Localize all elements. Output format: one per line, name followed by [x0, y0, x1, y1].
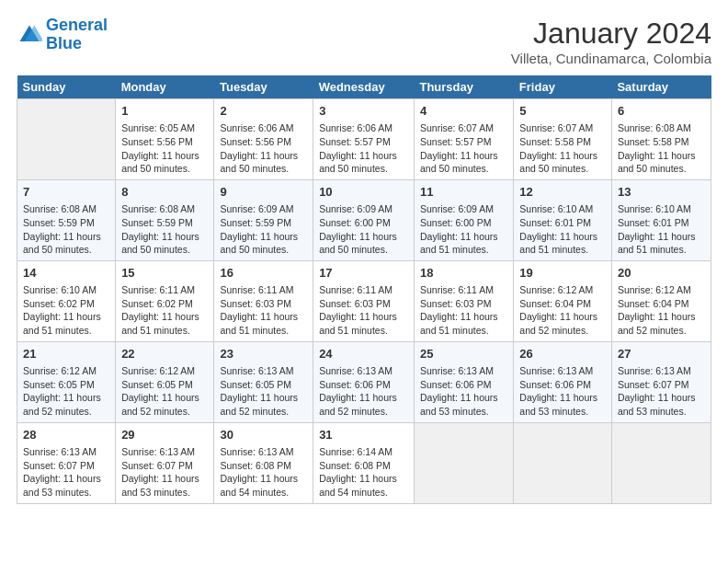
day-info: Sunset: 6:02 PM [121, 297, 208, 311]
day-info: Sunrise: 6:06 AM [319, 121, 408, 135]
day-number: 30 [220, 427, 307, 443]
day-info: Sunset: 6:00 PM [420, 216, 507, 230]
calendar-cell: 10Sunrise: 6:09 AMSunset: 6:00 PMDayligh… [313, 179, 415, 260]
day-info: Sunrise: 6:13 AM [220, 445, 307, 459]
day-number: 24 [319, 346, 408, 362]
day-info: Daylight: 11 hours [618, 149, 705, 163]
day-info: and 50 minutes. [121, 162, 208, 176]
day-number: 29 [121, 427, 208, 443]
day-info: and 54 minutes. [319, 486, 408, 500]
day-number: 16 [220, 265, 307, 282]
day-number: 28 [23, 427, 109, 443]
day-number: 19 [519, 265, 606, 282]
day-info: Sunset: 6:03 PM [220, 297, 307, 311]
weekday-header-saturday: Saturday [611, 75, 711, 99]
day-info: Sunset: 6:04 PM [519, 297, 606, 311]
day-info: Sunrise: 6:07 AM [519, 121, 606, 135]
day-info: Daylight: 11 hours [23, 472, 109, 486]
day-info: and 50 minutes. [220, 162, 307, 176]
day-number: 2 [220, 103, 307, 120]
day-number: 15 [121, 265, 208, 282]
calendar-cell: 23Sunrise: 6:13 AMSunset: 6:05 PMDayligh… [214, 341, 313, 422]
day-info: Daylight: 11 hours [220, 149, 307, 163]
calendar-cell: 9Sunrise: 6:09 AMSunset: 5:59 PMDaylight… [214, 179, 313, 260]
day-info: Sunrise: 6:11 AM [319, 283, 408, 297]
calendar-cell: 27Sunrise: 6:13 AMSunset: 6:07 PMDayligh… [611, 341, 711, 422]
calendar-cell: 29Sunrise: 6:13 AMSunset: 6:07 PMDayligh… [116, 422, 214, 503]
calendar-cell: 24Sunrise: 6:13 AMSunset: 6:06 PMDayligh… [313, 341, 415, 422]
day-info: and 52 minutes. [220, 405, 307, 419]
day-info: Daylight: 11 hours [121, 472, 208, 486]
day-number: 27 [618, 346, 705, 362]
day-info: Sunset: 6:04 PM [618, 297, 705, 311]
day-info: Daylight: 11 hours [220, 472, 307, 486]
calendar-cell: 18Sunrise: 6:11 AMSunset: 6:03 PMDayligh… [414, 260, 513, 341]
day-number: 5 [519, 103, 606, 120]
weekday-header-sunday: Sunday [17, 75, 116, 99]
title-block: January 2024 Villeta, Cundinamarca, Colo… [511, 17, 711, 66]
day-info: Daylight: 11 hours [519, 310, 606, 324]
day-info: Sunrise: 6:13 AM [121, 445, 208, 459]
day-info: and 53 minutes. [121, 486, 208, 500]
day-info: Sunrise: 6:09 AM [220, 202, 307, 216]
day-info: Sunrise: 6:07 AM [420, 121, 507, 135]
day-number: 26 [519, 346, 606, 362]
day-info: Daylight: 11 hours [121, 149, 208, 163]
day-info: Sunrise: 6:10 AM [618, 202, 705, 216]
weekday-header-wednesday: Wednesday [313, 75, 415, 99]
day-info: Sunset: 5:56 PM [220, 135, 307, 149]
weekday-header-tuesday: Tuesday [214, 75, 313, 99]
day-info: and 50 minutes. [319, 162, 408, 176]
day-info: Sunrise: 6:13 AM [618, 364, 705, 378]
day-number: 8 [121, 184, 208, 201]
day-info: and 54 minutes. [220, 486, 307, 500]
day-info: Sunrise: 6:13 AM [23, 445, 109, 459]
day-info: Daylight: 11 hours [220, 310, 307, 324]
day-info: and 51 minutes. [420, 324, 507, 338]
day-info: Sunset: 6:07 PM [121, 459, 208, 473]
calendar-cell [17, 99, 116, 180]
day-info: Daylight: 11 hours [319, 149, 408, 163]
calendar-cell: 13Sunrise: 6:10 AMSunset: 6:01 PMDayligh… [611, 179, 711, 260]
day-info: Daylight: 11 hours [618, 391, 705, 405]
calendar-cell: 16Sunrise: 6:11 AMSunset: 6:03 PMDayligh… [214, 260, 313, 341]
day-info: Daylight: 11 hours [319, 230, 408, 244]
day-info: Sunset: 5:57 PM [319, 135, 408, 149]
day-number: 9 [220, 184, 307, 201]
calendar-cell: 3Sunrise: 6:06 AMSunset: 5:57 PMDaylight… [313, 99, 415, 180]
day-info: Sunrise: 6:12 AM [519, 283, 606, 297]
main-title: January 2024 [511, 17, 711, 51]
day-info: Daylight: 11 hours [23, 230, 109, 244]
calendar-cell: 5Sunrise: 6:07 AMSunset: 5:58 PMDaylight… [514, 99, 612, 180]
day-info: Sunrise: 6:08 AM [23, 202, 109, 216]
calendar-cell: 2Sunrise: 6:06 AMSunset: 5:56 PMDaylight… [214, 99, 313, 180]
day-info: and 50 minutes. [220, 243, 307, 257]
day-info: and 50 minutes. [420, 162, 507, 176]
day-number: 31 [319, 427, 408, 443]
calendar-cell [611, 422, 711, 503]
calendar-cell: 7Sunrise: 6:08 AMSunset: 5:59 PMDaylight… [17, 179, 116, 260]
day-info: Sunrise: 6:06 AM [220, 121, 307, 135]
day-info: Daylight: 11 hours [319, 391, 408, 405]
day-info: Sunset: 6:06 PM [420, 378, 507, 392]
day-info: and 50 minutes. [618, 162, 705, 176]
day-info: and 53 minutes. [23, 486, 109, 500]
day-info: and 53 minutes. [420, 405, 507, 419]
day-info: Sunrise: 6:11 AM [220, 283, 307, 297]
day-info: Daylight: 11 hours [121, 310, 208, 324]
logo-text: General Blue [46, 17, 108, 53]
calendar-cell [414, 422, 513, 503]
day-info: Sunset: 6:06 PM [519, 378, 606, 392]
weekday-header-thursday: Thursday [414, 75, 513, 99]
day-number: 22 [121, 346, 208, 362]
day-number: 14 [23, 265, 109, 282]
subtitle: Villeta, Cundinamarca, Colombia [511, 51, 711, 66]
day-info: and 51 minutes. [618, 243, 705, 257]
day-info: and 50 minutes. [319, 243, 408, 257]
day-number: 20 [618, 265, 705, 282]
day-number: 1 [121, 103, 208, 120]
weekday-header-monday: Monday [116, 75, 214, 99]
day-info: Sunset: 6:08 PM [220, 459, 307, 473]
day-number: 6 [618, 103, 705, 120]
logo: General Blue [17, 17, 108, 53]
